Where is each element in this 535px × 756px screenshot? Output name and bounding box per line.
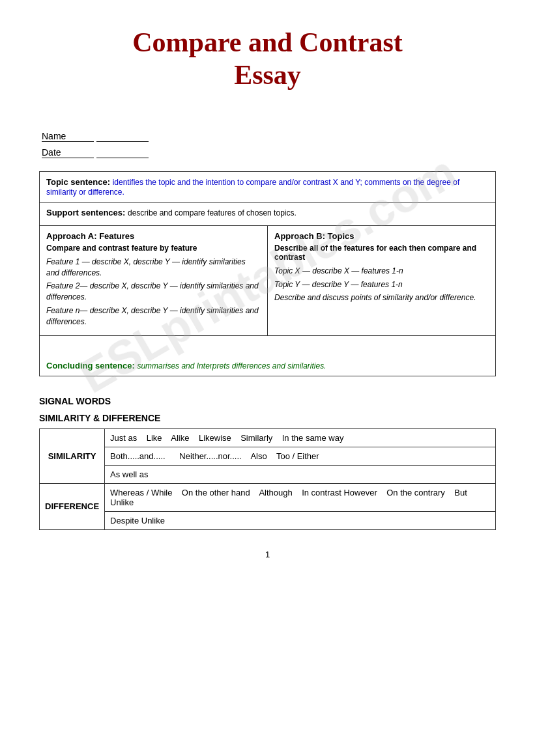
difference-label: DIFFERENCE: [40, 483, 105, 529]
approaches-row: Approach A: Features Compare and contras…: [40, 226, 495, 336]
concluding-label: Concluding sentence:: [46, 361, 135, 371]
signal-words-heading: SIGNAL WORDS: [39, 396, 496, 406]
name-date-section: Name Date: [39, 131, 496, 158]
similarity-row-2: Both.....and..... Neither.....nor..... A…: [40, 447, 496, 465]
feature-2: Feature 2— describe X, describe Y — iden…: [46, 281, 261, 303]
support-sentences-label: Support sentences:: [46, 208, 125, 217]
approach-a-col: Approach A: Features Compare and contras…: [40, 226, 268, 335]
page-number: 1: [39, 550, 496, 559]
approach-b-title: Approach B: Topics: [274, 231, 489, 241]
signal-words-table: SIMILARITY Just as Like Alike Likewise S…: [39, 428, 496, 530]
similarity-row: SIMILARITY Just as Like Alike Likewise S…: [40, 428, 496, 447]
concluding-content: summarises and Interprets differences an…: [137, 361, 326, 371]
similarity-words-row3: As well as: [105, 465, 496, 483]
support-sentences-content: describe and compare features of chosen …: [128, 208, 296, 217]
topic-sentence-label: Topic sentence:: [46, 177, 110, 187]
concluding-row: Concluding sentence: summarises and Inte…: [40, 356, 495, 376]
difference-words-row1: Whereas / While On the other hand Althou…: [105, 483, 496, 511]
difference-row-2: Despite Unlike: [40, 511, 496, 529]
approach-b-subtitle: Describe all of the features for each th…: [274, 244, 489, 262]
feature-1: Feature 1 — describe X, describe Y — ide…: [46, 257, 261, 279]
similarity-words-row2: Both.....and..... Neither.....nor..... A…: [105, 447, 496, 465]
topic-sentence-row: Topic sentence: identifies the topic and…: [40, 172, 495, 203]
topic-x: Topic X — describe X — features 1-n: [274, 266, 489, 277]
similarity-difference-heading: SIMILARITY & DIFFERENCE: [39, 413, 496, 423]
similarity-words-row1: Just as Like Alike Likewise Similarly In…: [105, 428, 496, 447]
difference-words-row2: Despite Unlike: [105, 511, 496, 529]
feature-n: Feature n— describe X, describe Y — iden…: [46, 305, 261, 328]
approach-a-title: Approach A: Features: [46, 231, 261, 241]
approach-a-subtitle: Compare and contrast feature by feature: [46, 244, 261, 253]
difference-row: DIFFERENCE Whereas / While On the other …: [40, 483, 496, 511]
topic-discussion: Describe and discuss points of similarit…: [274, 292, 489, 303]
similarity-row-3: As well as: [40, 465, 496, 483]
empty-row: [40, 336, 495, 356]
similarity-label: SIMILARITY: [40, 428, 105, 483]
page-title: Compare and Contrast Essay: [39, 26, 496, 92]
topic-y: Topic Y — describe Y — features 1-n: [274, 279, 489, 290]
essay-structure-box: Topic sentence: identifies the topic and…: [39, 171, 496, 376]
name-field: Name: [39, 131, 496, 142]
approach-b-col: Approach B: Topics Describe all of the f…: [268, 226, 495, 335]
date-field: Date: [39, 147, 496, 158]
support-sentences-row: Support sentences: describe and compare …: [40, 203, 495, 226]
